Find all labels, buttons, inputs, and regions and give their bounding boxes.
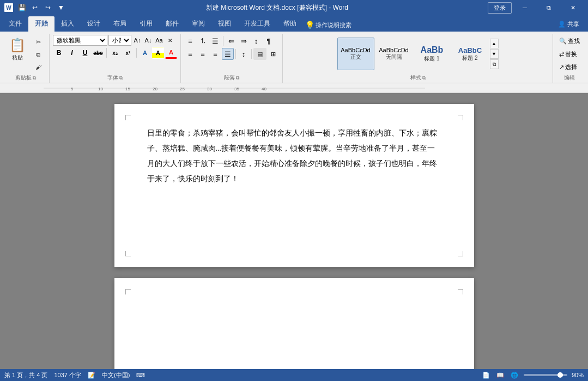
redo-button[interactable]: ↪ [43,2,53,13]
replace-button[interactable]: ⇄ 替换 [556,48,583,60]
bullets-button[interactable]: ≡ [184,35,196,47]
bold-button[interactable]: B [53,47,65,59]
tell-me-label[interactable]: 操作说明搜索 [316,21,351,32]
style-normal-label: 正文 [350,53,361,61]
para-expand-icon[interactable]: ⧉ [236,75,239,81]
font-label: 字体 [107,73,118,83]
sort-button[interactable]: ↕ [250,35,262,47]
font-size-select[interactable]: 小四 [108,35,131,46]
clear-format-button[interactable]: ✕ [165,35,175,45]
font-grow-button[interactable]: A↑ [132,35,142,45]
styles-expand-icon[interactable]: ⧉ [422,75,426,81]
font-expand-icon[interactable]: ⧉ [119,75,123,81]
italic-button[interactable]: I [66,47,78,59]
tab-home[interactable]: 开始 [28,16,54,32]
style-heading2[interactable]: AaBbC 标题 2 [452,38,489,70]
para-controls-inner: ≡ ⒈ ☰ ⇐ ⇒ ↕ ¶ ≡ ≡ ≡ ☰ ↕ ▤ [184,35,279,60]
align-center-button[interactable]: ≡ [197,48,209,60]
font-color-button[interactable]: A [165,47,177,59]
change-case-button[interactable]: Aa [154,35,164,45]
style-no-spacing-preview: AaBbCcDd [379,47,408,53]
style-normal[interactable]: AaBbCcDd 正文 [337,38,374,70]
highlight-button[interactable]: A [152,47,164,59]
svg-text:40: 40 [262,87,266,91]
svg-text:30: 30 [207,87,212,91]
lightbulb-icon: 💡 [305,21,314,32]
select-icon: ↗ [559,64,564,71]
restore-button[interactable]: ⧉ [538,0,560,15]
page-1[interactable]: 日里的零食；杀鸡宰猪，会叫帮忙的邻舍友人小撮一顿，享用牲畜的内脏、下水；裹粽子、… [114,104,474,267]
style-no-spacing[interactable]: AaBbCcDd 无间隔 [375,38,413,70]
login-button[interactable]: 登录 [488,2,512,14]
tab-review[interactable]: 审阅 [185,16,211,32]
corner-br [458,251,463,256]
align-right-button[interactable]: ≡ [209,48,221,60]
share-area: 👤 共享 [554,19,588,32]
styles-scroll-up[interactable]: ▲ [490,39,499,48]
ribbon-tab-bar: 文件 开始 插入 设计 布局 引用 邮件 审阅 视图 开发工具 帮助 💡 操作说… [0,15,588,32]
tab-mailing[interactable]: 邮件 [159,16,185,32]
strikethrough-button[interactable]: abc [92,47,104,59]
numbering-button[interactable]: ⒈ [197,35,209,47]
minimize-button[interactable]: ─ [514,0,536,15]
page1-text[interactable]: 日里的零食；杀鸡宰猪，会叫帮忙的邻舍友人小撮一顿，享用牲畜的内脏、下水；裹粽子、… [147,126,441,187]
separator2 [136,48,137,58]
style-heading1[interactable]: AaBb 标题 1 [414,38,451,70]
undo-button[interactable]: ↩ [29,2,40,13]
text-effects-button[interactable]: A [139,47,151,59]
page-2[interactable] [114,278,474,369]
styles-group: AaBbCcDd 正文 AaBbCcDd 无间隔 AaBb 标题 1 AaBbC… [283,34,553,83]
clipboard-label: 剪贴板 [15,73,32,83]
clipboard-label-row: 剪贴板 ⧉ [5,73,46,83]
borders-button[interactable]: ⊞ [267,48,279,60]
cut-button[interactable]: ✂ [31,36,46,48]
subscript-button[interactable]: x₂ [109,47,121,59]
font-row1: 微软雅黑 小四 A↑ A↓ Aa ✕ [53,35,177,46]
tab-view[interactable]: 视图 [211,16,238,32]
copy-button[interactable]: ⧉ [31,48,46,60]
svg-text:10: 10 [98,87,103,91]
web-layout-button[interactable]: 🌐 [510,370,519,380]
zoom-slider[interactable] [524,374,567,376]
justify-button[interactable]: ☰ [222,48,234,60]
increase-indent-button[interactable]: ⇒ [238,35,250,47]
tab-insert[interactable]: 插入 [54,16,81,32]
language: 中文(中国) [102,371,130,379]
tab-references[interactable]: 引用 [133,16,159,32]
underline-button[interactable]: U [79,47,91,59]
tab-file[interactable]: 文件 [2,16,28,32]
superscript-button[interactable]: x² [122,47,134,59]
title-bar-right: 登录 ─ ⧉ ✕ [488,0,584,15]
line-spacing-button[interactable]: ↕ [238,48,250,60]
separator1 [106,48,107,58]
align-left-button[interactable]: ≡ [184,48,196,60]
tab-layout[interactable]: 布局 [107,16,133,32]
decrease-indent-button[interactable]: ⇐ [225,35,237,47]
clipboard-expand-icon[interactable]: ⧉ [33,75,36,81]
find-button[interactable]: 🔍 查找 [556,35,583,47]
tab-help[interactable]: 帮助 [277,16,303,32]
share-button[interactable]: 👤 共享 [554,19,584,29]
format-painter-button[interactable]: 🖌 [31,61,46,73]
font-shrink-button[interactable]: A↓ [143,35,153,45]
read-mode-button[interactable]: 📖 [495,370,505,380]
style-heading2-preview: AaBbC [458,46,482,54]
customize-button[interactable]: ▼ [56,2,66,13]
font-name-select[interactable]: 微软雅黑 [53,35,107,46]
print-layout-button[interactable]: 📄 [481,370,491,380]
paste-button[interactable]: 📋 粘贴 [5,35,29,63]
para-row2: ≡ ≡ ≡ ☰ ↕ ▤ ⊞ [184,48,279,60]
styles-expand[interactable]: ⧉ [490,59,499,69]
select-button[interactable]: ↗ 选择 [556,61,583,73]
multilevel-button[interactable]: ☰ [209,35,221,47]
save-button[interactable]: 💾 [16,2,27,13]
close-button[interactable]: ✕ [562,0,584,15]
style-heading1-label: 标题 1 [424,55,439,63]
tab-developer[interactable]: 开发工具 [238,16,277,32]
tab-design[interactable]: 设计 [81,16,107,32]
clipboard-mini-buttons: ✂ ⧉ 🖌 [31,36,46,73]
shading-button[interactable]: ▤ [253,48,266,60]
show-marks-button[interactable]: ¶ [263,35,275,47]
title-bar: W 💾 ↩ ↪ ▼ 新建 Microsoft Word 文档.docx [兼容模… [0,0,588,15]
styles-scroll-down[interactable]: ▼ [490,49,499,59]
